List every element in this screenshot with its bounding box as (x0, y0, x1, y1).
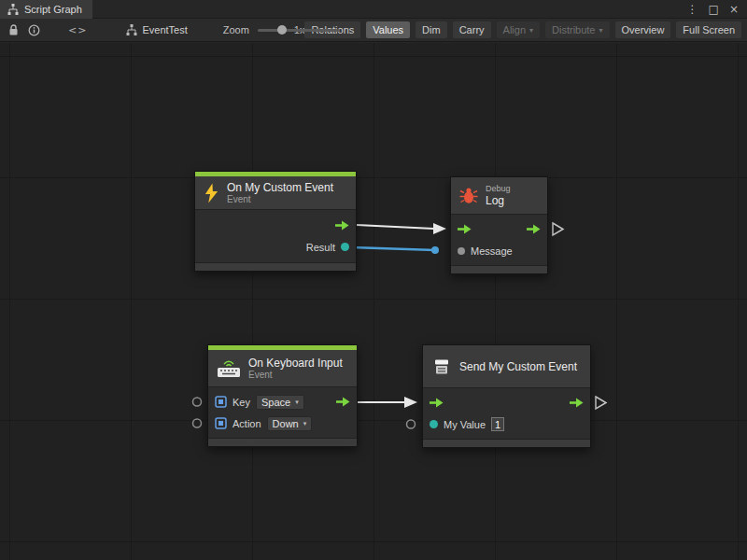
value-connection-result-to-message (351, 247, 435, 250)
node-footer (195, 262, 356, 271)
toolbar-button-align[interactable]: Align ▾ (497, 21, 540, 38)
node-body: Result (195, 210, 356, 262)
keyboard-icon (217, 358, 241, 378)
node-titles: On My Custom Event Event (227, 181, 333, 205)
node-body: My Value 1 (423, 388, 590, 439)
port-label-key: Key (233, 397, 250, 408)
connections-layer (0, 43, 747, 560)
port-row: Key Space ▾ (208, 391, 357, 413)
value-input-port-message[interactable] (458, 247, 465, 255)
zoom-slider[interactable] (258, 24, 288, 35)
unconnected-flow-port-triangle[interactable] (553, 223, 563, 235)
chevron-down-icon: ▾ (529, 26, 533, 35)
script-graph-icon (7, 4, 19, 15)
port-label-action: Action (233, 418, 261, 429)
graph-reference[interactable]: EventTest (126, 24, 187, 35)
node-header: On My Custom Event Event (195, 176, 356, 210)
graph-asset-icon (126, 24, 137, 35)
node-title: On My Custom Event (227, 181, 333, 194)
toolbar-button-carry[interactable]: Carry (453, 21, 491, 38)
zoom-slider-track (258, 29, 340, 32)
graph-name: EventTest (142, 24, 187, 35)
unconnected-flow-port-triangle[interactable] (596, 397, 606, 409)
node-titles: On Keyboard Input Event (248, 357, 343, 381)
lock-icon[interactable] (8, 24, 19, 36)
value-output-port-result[interactable] (341, 243, 349, 251)
zoom-label: Zoom (223, 24, 249, 35)
graph-canvas[interactable]: On My Custom Event Event Result (0, 43, 747, 560)
lightning-bolt-icon (204, 183, 219, 203)
toolbar-button-dim[interactable]: Dim (416, 21, 447, 38)
kebab-menu-icon[interactable]: ⋮ (684, 3, 702, 16)
port-row: Message (451, 240, 547, 261)
port-row (195, 215, 356, 236)
toolbar-button-fullscreen[interactable]: Full Screen (676, 21, 741, 38)
flow-connection-arrowhead (433, 223, 446, 234)
flow-connection-arrowhead (404, 397, 417, 408)
port-row (423, 392, 590, 413)
node-subtitle: Event (227, 194, 333, 205)
value-input-port-my-value[interactable] (430, 420, 438, 428)
flow-output-port[interactable] (335, 220, 349, 231)
action-icon (215, 417, 227, 429)
graph-toolbar: <> EventTest Zoom 1x Relations Values Di… (0, 19, 747, 42)
node-titles: Debug Log (486, 184, 511, 207)
action-dropdown-value: Down (273, 418, 299, 429)
align-label: Align (503, 24, 526, 35)
unconnected-value-port-circle-my-value[interactable] (407, 420, 416, 428)
node-on-my-custom-event[interactable]: On My Custom Event Event Result (194, 171, 357, 272)
node-titles: Send My Custom Event (459, 360, 577, 373)
distribute-label: Distribute (552, 24, 595, 35)
node-footer (208, 438, 357, 446)
tab-script-graph[interactable]: Script Graph (0, 0, 92, 19)
my-value-input[interactable]: 1 (491, 417, 504, 431)
flow-input-port[interactable] (430, 398, 444, 408)
port-label-message: Message (471, 245, 513, 257)
node-body: Key Space ▾ Action (208, 387, 357, 438)
port-row: Action Down ▾ (208, 413, 357, 434)
key-dropdown-value: Space (261, 397, 290, 408)
title-bar: Script Graph ⋮ □ × (0, 0, 747, 19)
key-dropdown[interactable]: Space ▾ (256, 395, 304, 410)
node-title: On Keyboard Input (248, 357, 343, 370)
close-icon[interactable]: × (726, 3, 742, 16)
toolbar-button-distribute[interactable]: Distribute ▾ (545, 21, 609, 38)
maximize-icon[interactable]: □ (705, 3, 723, 16)
tab-title: Script Graph (24, 4, 82, 15)
port-row: Result (195, 236, 356, 258)
node-body: Message (451, 215, 547, 265)
action-dropdown[interactable]: Down ▾ (267, 416, 313, 431)
flow-connection-custom-event-to-log (357, 225, 434, 229)
port-row (451, 218, 547, 240)
node-debug-log[interactable]: Debug Log Me (450, 176, 548, 274)
flow-output-port[interactable] (336, 397, 350, 407)
bug-icon (459, 187, 478, 204)
port-row: My Value 1 (423, 413, 590, 435)
chevron-down-icon: ▾ (303, 420, 307, 427)
unconnected-value-port-circle-key[interactable] (193, 398, 202, 406)
node-header: Debug Log (451, 177, 547, 215)
node-title: Send My Custom Event (459, 360, 577, 373)
chevron-down-icon: ▾ (599, 26, 603, 35)
toolbar-buttons: Relations Values Dim Carry Align ▾ Distr… (304, 21, 743, 38)
node-group-label: Debug (486, 184, 511, 194)
flow-output-port[interactable] (570, 398, 584, 408)
script-graph-window: Script Graph ⋮ □ × <> (0, 0, 747, 560)
toolbar-button-overview[interactable]: Overview (615, 21, 671, 38)
node-header: On Keyboard Input Event (208, 350, 357, 387)
node-title: Log (486, 194, 511, 207)
send-event-icon (431, 357, 452, 376)
port-label-result: Result (306, 242, 335, 253)
toolbar-button-values[interactable]: Values (366, 21, 410, 38)
keycode-icon (215, 396, 227, 408)
code-icon[interactable]: <> (68, 24, 87, 36)
flow-output-port[interactable] (527, 224, 541, 234)
node-on-keyboard-input[interactable]: On Keyboard Input Event Key Space ▾ (207, 344, 358, 447)
flow-input-port[interactable] (458, 224, 472, 234)
unconnected-value-port-circle-action[interactable] (193, 419, 202, 427)
node-send-my-custom-event[interactable]: Send My Custom Event M (422, 344, 591, 448)
node-subtitle: Event (248, 370, 343, 381)
zoom-slider-thumb[interactable] (277, 25, 287, 35)
value-connection-endpoint (431, 246, 439, 254)
info-icon[interactable] (28, 24, 40, 36)
